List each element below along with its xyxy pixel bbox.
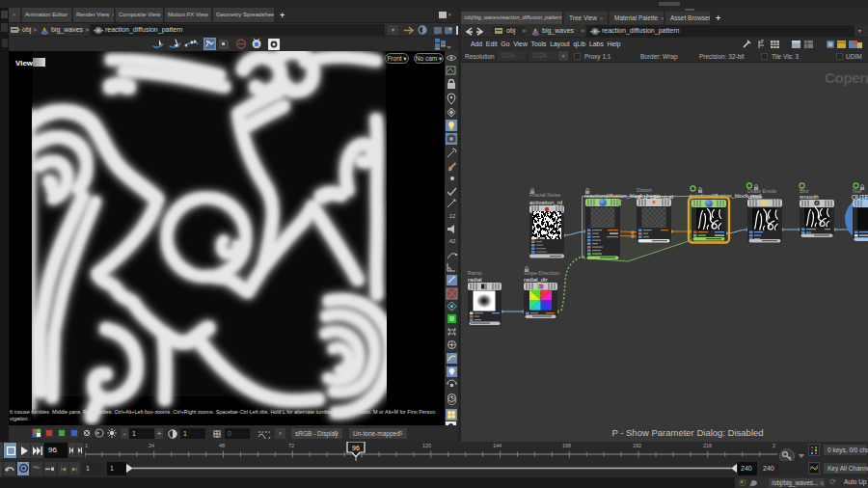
- svg-text:1: 1: [85, 443, 88, 448]
- svg-text:120: 120: [422, 443, 431, 448]
- svg-text:Ramp: Ramp: [468, 270, 482, 276]
- svg-text:OUTPUT: OUTPUT: [852, 194, 868, 201]
- svg-text:Distort: Distort: [637, 187, 652, 193]
- svg-text:activation_rd: activation_rd: [529, 200, 562, 205]
- svg-text:Slope Direction: Slope Direction: [524, 270, 559, 276]
- svg-text:48: 48: [219, 443, 225, 448]
- svg-text:radial: radial: [468, 277, 482, 283]
- svg-text:dilate: dilate: [748, 194, 763, 200]
- svg-text:radial_dir: radial_dir: [524, 277, 548, 283]
- svg-text:smooth: smooth: [800, 194, 819, 200]
- svg-text:.42: .42: [448, 238, 456, 244]
- svg-text:168: 168: [562, 443, 571, 448]
- svg-text:216: 216: [703, 443, 712, 448]
- svg-text:144: 144: [493, 443, 502, 448]
- svg-text:24: 24: [149, 443, 154, 448]
- svg-text:rd_b_chemical: rd_b_chemical: [636, 194, 673, 200]
- svg-text:.12: .12: [448, 213, 456, 219]
- svg-text:72: 72: [288, 443, 294, 448]
- svg-text:2: 2: [773, 443, 775, 448]
- svg-text:192: 192: [633, 443, 641, 448]
- svg-text:96: 96: [352, 445, 360, 451]
